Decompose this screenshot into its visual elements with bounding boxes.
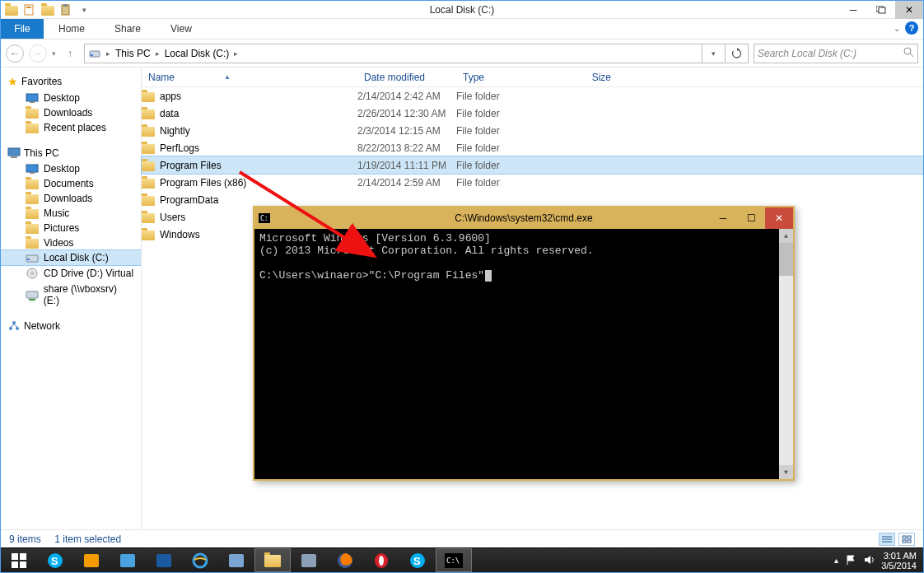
nav-history-dropdown-icon[interactable]: ▾ <box>52 49 56 58</box>
svg-rect-35 <box>20 553 26 560</box>
svg-rect-14 <box>26 165 38 172</box>
sidebar-item-desktop[interactable]: Desktop <box>1 91 141 105</box>
close-button[interactable]: ✕ <box>895 1 923 19</box>
taskbar-opera-icon[interactable] <box>363 548 399 572</box>
help-icon[interactable]: ? <box>905 21 918 35</box>
svg-rect-5 <box>879 7 885 13</box>
svg-point-8 <box>904 48 911 54</box>
taskbar-app3-icon[interactable] <box>146 548 182 572</box>
sidebar-item-recent[interactable]: Recent places <box>1 120 141 135</box>
taskbar-explorer-icon[interactable] <box>254 548 291 572</box>
tab-share[interactable]: Share <box>100 19 156 39</box>
scroll-thumb[interactable] <box>779 243 793 276</box>
column-type[interactable]: Type <box>456 68 553 86</box>
search-input[interactable]: Search Local Disk (C:) <box>754 44 918 63</box>
svg-rect-28 <box>908 536 911 538</box>
network-drive-icon <box>26 289 39 300</box>
svg-line-9 <box>910 54 913 57</box>
minimize-button[interactable]: ─ <box>839 1 867 19</box>
folder-icon <box>142 109 155 119</box>
tab-view[interactable]: View <box>156 19 207 39</box>
address-box[interactable]: ▸ This PC ▸ Local Disk (C:) ▸ ▾ <box>84 44 749 63</box>
taskbar-skype2-icon[interactable]: S <box>399 548 436 572</box>
file-row[interactable]: Program Files1/19/2014 11:11 PMFile fold… <box>142 156 923 174</box>
tab-file[interactable]: File <box>1 19 44 39</box>
cmd-scrollbar[interactable]: ▲ ▼ <box>779 229 793 479</box>
tab-home[interactable]: Home <box>44 19 100 39</box>
ribbon-expand-icon[interactable]: ⌄ <box>894 24 900 33</box>
tray-clock[interactable]: 3:01 AM 3/5/2014 <box>881 551 917 571</box>
taskbar-app1-icon[interactable] <box>73 548 110 572</box>
sidebar-item[interactable]: Videos <box>1 235 141 250</box>
file-row[interactable]: Program Files (x86)2/14/2014 2:59 AMFile… <box>142 174 923 191</box>
address-dropdown-icon[interactable]: ▾ <box>702 44 725 63</box>
maximize-button[interactable] <box>867 1 895 19</box>
sidebar-item[interactable]: Documents <box>1 176 141 191</box>
taskbar-ie-icon[interactable] <box>182 548 218 572</box>
network-group[interactable]: Network <box>1 318 141 334</box>
tray-flag-icon[interactable] <box>845 554 856 567</box>
start-button[interactable] <box>1 548 37 572</box>
breadcrumb-root[interactable]: This PC <box>112 44 154 63</box>
sidebar-item[interactable]: CD Drive (D:) Virtual <box>1 265 141 282</box>
cmd-output[interactable]: Microsoft Windows [Version 6.3.9600] (c)… <box>254 229 793 479</box>
breadcrumb-current[interactable]: Local Disk (C:) <box>161 44 233 63</box>
favorites-group[interactable]: ★ Favorites <box>1 72 141 91</box>
taskbar-app4-icon[interactable] <box>218 548 254 572</box>
scroll-up-icon[interactable]: ▲ <box>779 229 793 243</box>
column-name[interactable]: Name <box>142 68 357 86</box>
thispc-label: This PC <box>24 147 59 159</box>
svg-point-22 <box>16 327 19 330</box>
nav-forward-button[interactable]: → <box>29 44 47 63</box>
folder-icon <box>26 209 39 219</box>
sidebar-item-downloads[interactable]: Downloads <box>1 105 141 120</box>
tray-expand-icon[interactable]: ▴ <box>834 556 838 565</box>
taskbar-cmd-icon[interactable]: C:\ <box>436 548 472 572</box>
cmd-window[interactable]: C: C:\Windows\system32\cmd.exe ─ ☐ ✕ Mic… <box>253 206 795 481</box>
taskbar-app2-icon[interactable] <box>110 548 146 572</box>
file-row[interactable]: apps2/14/2014 2:42 AMFile folder <box>142 87 923 105</box>
cmd-cursor <box>485 270 492 282</box>
scroll-down-icon[interactable]: ▼ <box>779 465 793 479</box>
column-size[interactable]: Size <box>553 68 619 86</box>
cmd-close-button[interactable]: ✕ <box>765 207 793 229</box>
chevron-right-icon[interactable]: ▸ <box>105 49 112 58</box>
view-icons-button[interactable] <box>898 533 915 546</box>
sidebar-item[interactable]: Desktop <box>1 161 141 176</box>
svg-rect-45 <box>301 554 316 567</box>
taskbar-skype-icon[interactable]: S <box>37 548 73 572</box>
sidebar-item[interactable]: Music <box>1 206 141 221</box>
cmd-titlebar[interactable]: C: C:\Windows\system32\cmd.exe ─ ☐ ✕ <box>254 207 793 229</box>
tray-volume-icon[interactable] <box>863 554 875 567</box>
taskbar-app5-icon[interactable] <box>291 548 327 572</box>
view-details-button[interactable] <box>879 533 895 546</box>
folder-icon <box>26 123 39 133</box>
svg-point-23 <box>12 321 16 324</box>
sidebar-item[interactable]: share (\\vboxsrv) (E:) <box>1 282 141 308</box>
taskbar-firefox-icon[interactable] <box>327 548 363 572</box>
refresh-button[interactable] <box>725 44 748 63</box>
chevron-right-icon[interactable]: ▸ <box>232 49 240 58</box>
cmd-maximize-button[interactable]: ☐ <box>737 207 765 229</box>
nav-up-button[interactable]: ↑ <box>61 44 79 63</box>
svg-rect-17 <box>27 259 30 260</box>
sidebar-item[interactable]: Local Disk (C:) <box>1 250 141 265</box>
sidebar-item[interactable]: Pictures <box>1 221 141 235</box>
drive-icon <box>26 252 39 263</box>
chevron-right-icon[interactable]: ▸ <box>154 49 161 58</box>
sidebar-item[interactable]: Downloads <box>1 191 141 206</box>
taskbar: S S C:\ ▴ 3:01 AM 3/5/2014 <box>1 547 923 572</box>
column-date[interactable]: Date modified <box>357 68 456 86</box>
svg-rect-12 <box>8 148 20 156</box>
star-icon: ★ <box>7 75 18 88</box>
svg-point-48 <box>379 556 384 566</box>
favorites-label: Favorites <box>21 76 62 87</box>
nav-back-button[interactable]: ← <box>6 44 24 63</box>
file-row[interactable]: PerfLogs8/22/2013 8:22 AMFile folder <box>142 139 923 156</box>
file-row[interactable]: data2/26/2014 12:30 AMFile folder <box>142 105 923 122</box>
cmd-minimize-button[interactable]: ─ <box>709 207 737 229</box>
thispc-group[interactable]: This PC <box>1 145 141 161</box>
file-row[interactable]: Nightly2/3/2014 12:15 AMFile folder <box>142 122 923 139</box>
folder-icon <box>142 144 155 154</box>
cd-icon <box>26 267 39 280</box>
